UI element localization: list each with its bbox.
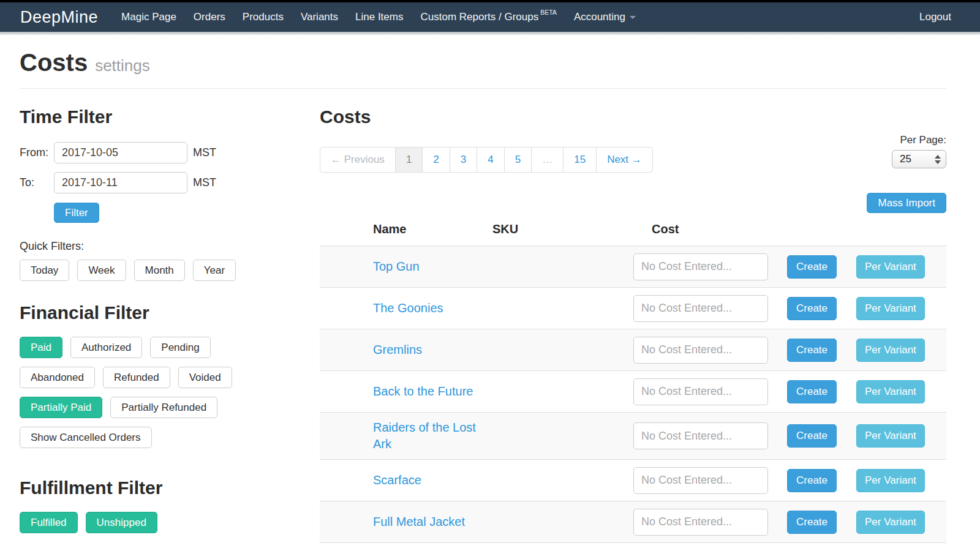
- pagination-next[interactable]: Next →: [596, 147, 653, 173]
- financial-filter-show-cancelled-orders[interactable]: Show Cancelled Orders: [20, 427, 152, 448]
- name-cell: Top Gun: [373, 258, 492, 275]
- name-cell: Back to the Future: [373, 383, 492, 400]
- to-timezone: MST: [193, 176, 216, 189]
- per-variant-button[interactable]: Per Variant: [856, 424, 925, 448]
- pagination-page-15[interactable]: 15: [563, 147, 597, 173]
- header-spacer: [320, 222, 373, 236]
- quick-filter-year[interactable]: Year: [193, 260, 236, 281]
- pagination-page-2[interactable]: 2: [422, 147, 450, 173]
- cost-input[interactable]: [633, 378, 768, 405]
- per-page-select[interactable]: 25: [892, 150, 946, 168]
- financial-filter-partially-paid[interactable]: Partially Paid: [20, 397, 102, 418]
- to-date-input[interactable]: [54, 172, 187, 193]
- financial-filter-authorized[interactable]: Authorized: [70, 337, 142, 358]
- table-row: Raiders of the Lost ArkCreatePer Variant: [320, 413, 946, 460]
- per-page-label: Per Page:: [900, 134, 946, 146]
- financial-filter-row: AbandonedRefundedVoided: [20, 367, 320, 388]
- filter-button[interactable]: Filter: [54, 203, 99, 223]
- page-title: Costs: [20, 49, 88, 77]
- quick-filter-week[interactable]: Week: [77, 260, 126, 281]
- nav-item-orders[interactable]: Orders: [185, 11, 234, 23]
- product-name-link[interactable]: Full Metal Jacket: [373, 515, 465, 528]
- name-cell: Full Metal Jacket: [373, 514, 492, 530]
- create-button[interactable]: Create: [787, 469, 837, 492]
- pagination-page-1[interactable]: 1: [395, 147, 423, 173]
- page-head: Costs settings: [20, 49, 946, 77]
- header-name: Name: [373, 222, 492, 236]
- table-body: Top GunCreatePer VariantThe GooniesCreat…: [320, 246, 946, 543]
- pagination-page-5[interactable]: 5: [504, 147, 532, 173]
- custom-reports-label: Custom Reports / Groups: [420, 11, 538, 23]
- create-button[interactable]: Create: [787, 255, 837, 279]
- cost-input[interactable]: [633, 509, 768, 536]
- product-name-link[interactable]: Top Gun: [373, 260, 420, 273]
- create-button[interactable]: Create: [787, 380, 837, 403]
- financial-filter-paid[interactable]: Paid: [20, 337, 62, 358]
- brand-logo[interactable]: DeepMine: [20, 8, 98, 27]
- financial-filter-row: Show Cancelled Orders: [20, 427, 320, 448]
- nav-item-logout[interactable]: Logout: [911, 11, 960, 23]
- nav-item-magic-page[interactable]: Magic Page: [113, 11, 185, 23]
- time-filter-heading: Time Filter: [20, 107, 320, 127]
- navbar-shadow: [0, 32, 980, 35]
- pagination-ellipsis[interactable]: …: [531, 147, 564, 173]
- per-variant-button[interactable]: Per Variant: [856, 339, 925, 362]
- financial-filter-heading: Financial Filter: [20, 302, 320, 323]
- financial-filter-pending[interactable]: Pending: [150, 337, 210, 358]
- create-button[interactable]: Create: [787, 511, 837, 534]
- cost-input[interactable]: [633, 422, 768, 449]
- select-arrows-icon: [935, 155, 941, 164]
- quick-filter-today[interactable]: Today: [20, 260, 69, 281]
- per-variant-button[interactable]: Per Variant: [856, 380, 925, 403]
- nav-item-variants[interactable]: Variants: [292, 11, 347, 23]
- create-button[interactable]: Create: [787, 424, 837, 448]
- financial-filter-abandoned[interactable]: Abandoned: [20, 367, 95, 388]
- nav-item-line-items[interactable]: Line Items: [347, 11, 412, 23]
- product-name-link[interactable]: Gremlins: [373, 343, 422, 356]
- table-row: Back to the FutureCreatePer Variant: [320, 371, 946, 413]
- per-variant-button[interactable]: Per Variant: [856, 469, 925, 492]
- navbar: DeepMine Magic PageOrdersProductsVariant…: [0, 2, 980, 32]
- name-cell: Raiders of the Lost Ark: [373, 419, 492, 452]
- chevron-down-icon: [630, 16, 636, 19]
- costs-panel: Costs ← Previous12345…15Next → Per Page:…: [320, 107, 946, 543]
- divider: [20, 88, 946, 89]
- product-name-link[interactable]: Scarface: [373, 473, 421, 487]
- pagination-previous[interactable]: ← Previous: [320, 147, 396, 173]
- from-date-input[interactable]: [54, 142, 187, 163]
- financial-filter-partially-refunded[interactable]: Partially Refunded: [110, 397, 217, 418]
- quick-filters-label: Quick Filters:: [20, 240, 320, 253]
- fulfillment-filter-fulfilled[interactable]: Fulfilled: [20, 512, 78, 533]
- per-variant-button[interactable]: Per Variant: [856, 511, 925, 534]
- cost-input[interactable]: [633, 337, 768, 364]
- product-name-link[interactable]: The Goonies: [373, 301, 443, 315]
- pagination-page-3[interactable]: 3: [450, 147, 477, 173]
- name-cell: The Goonies: [373, 300, 492, 317]
- cost-input[interactable]: [633, 253, 768, 280]
- nav-item-custom-reports-groups[interactable]: Custom Reports / GroupsBETA: [412, 11, 565, 23]
- header-cost: Cost: [633, 222, 946, 236]
- mass-import-button[interactable]: Mass Import: [867, 193, 946, 213]
- name-cell: Gremlins: [373, 342, 492, 358]
- create-button[interactable]: Create: [787, 297, 837, 320]
- nav-item-accounting[interactable]: Accounting: [565, 11, 644, 23]
- table-row: Top GunCreatePer Variant: [320, 246, 946, 288]
- fulfillment-filter-unshipped[interactable]: Unshipped: [86, 512, 157, 533]
- cost-input[interactable]: [633, 467, 768, 494]
- page-subtitle: settings: [95, 56, 150, 75]
- create-button[interactable]: Create: [787, 339, 837, 362]
- financial-filter-voided[interactable]: Voided: [178, 367, 232, 388]
- quick-filter-buttons: TodayWeekMonthYear: [20, 260, 320, 281]
- financial-filter-refunded[interactable]: Refunded: [103, 367, 170, 388]
- cost-input[interactable]: [633, 295, 768, 322]
- per-page-value: 25: [900, 153, 935, 165]
- nav-item-products[interactable]: Products: [234, 11, 292, 23]
- quick-filter-month[interactable]: Month: [134, 260, 185, 281]
- pagination-page-4[interactable]: 4: [477, 147, 504, 173]
- per-variant-button[interactable]: Per Variant: [856, 297, 925, 320]
- per-variant-button[interactable]: Per Variant: [856, 255, 925, 279]
- product-name-link[interactable]: Back to the Future: [373, 384, 473, 398]
- table-header: Name SKU Cost: [320, 222, 946, 246]
- product-name-link[interactable]: Raiders of the Lost Ark: [373, 421, 476, 451]
- pagination: ← Previous12345…15Next →: [320, 147, 653, 173]
